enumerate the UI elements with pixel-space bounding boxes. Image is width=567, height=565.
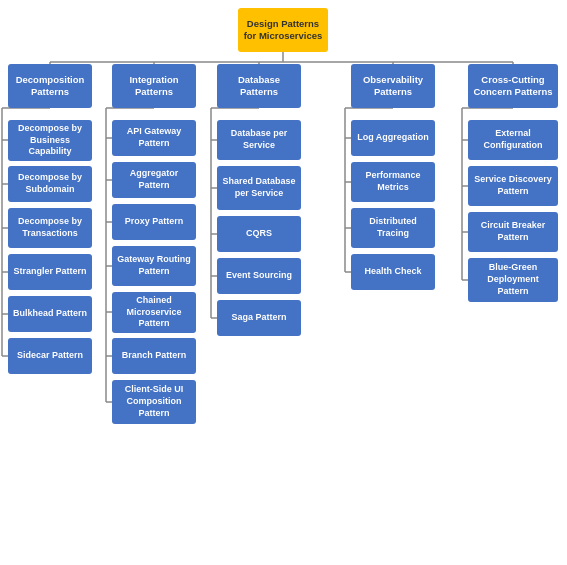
node-service-discovery-pattern: Service Discovery Pattern <box>468 166 558 206</box>
node-blue-green-deployment-pattern: Blue-Green Deployment Pattern <box>468 258 558 302</box>
node-database: Database Patterns <box>217 64 301 108</box>
node-client-side-ui-composition-pattern: Client-Side UI Composition Pattern <box>112 380 196 424</box>
node-performance-metrics: Performance Metrics <box>351 162 435 202</box>
node-decompose-by-subdomain: Decompose by Subdomain <box>8 166 92 202</box>
node-circuit-breaker-pattern: Circuit Breaker Pattern <box>468 212 558 252</box>
node-strangler-pattern: Strangler Pattern <box>8 254 92 290</box>
node-chained-microservice-pattern: Chained Microservice Pattern <box>112 292 196 333</box>
node-root: Design Patterns for Microservices <box>238 8 328 52</box>
nodes-layer: Design Patterns for MicroservicesDecompo… <box>0 0 567 565</box>
node-distributed-tracing: Distributed Tracing <box>351 208 435 248</box>
node-database-per-service: Database per Service <box>217 120 301 160</box>
node-bulkhead-pattern: Bulkhead Pattern <box>8 296 92 332</box>
node-observability: Observability Patterns <box>351 64 435 108</box>
node-decomposition: Decomposition Patterns <box>8 64 92 108</box>
node-integration: Integration Patterns <box>112 64 196 108</box>
node-api-gateway-pattern: API Gateway Pattern <box>112 120 196 156</box>
node-decompose-by-business-capability: Decompose by Business Capability <box>8 120 92 161</box>
node-cqrs: CQRS <box>217 216 301 252</box>
node-event-sourcing: Event Sourcing <box>217 258 301 294</box>
node-log-aggregation: Log Aggregation <box>351 120 435 156</box>
node-sidecar-pattern: Sidecar Pattern <box>8 338 92 374</box>
node-health-check: Health Check <box>351 254 435 290</box>
diagram-wrapper: Design Patterns for MicroservicesDecompo… <box>0 0 567 565</box>
node-decompose-by-transactions: Decompose by Transactions <box>8 208 92 248</box>
node-gateway-routing-pattern: Gateway Routing Pattern <box>112 246 196 286</box>
node-aggregator-pattern: Aggregator Pattern <box>112 162 196 198</box>
node-crosscutting: Cross-Cutting Concern Patterns <box>468 64 558 108</box>
node-external-configuration: External Configuration <box>468 120 558 160</box>
node-proxy-pattern: Proxy Pattern <box>112 204 196 240</box>
node-shared-database-per-service: Shared Database per Service <box>217 166 301 210</box>
node-branch-pattern: Branch Pattern <box>112 338 196 374</box>
node-saga-pattern: Saga Pattern <box>217 300 301 336</box>
